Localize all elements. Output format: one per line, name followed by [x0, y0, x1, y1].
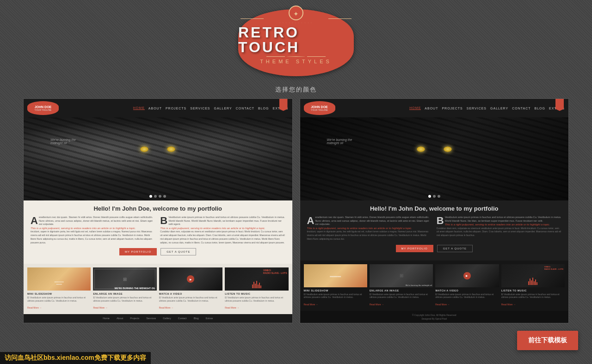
- nav-home[interactable]: HOME: [133, 106, 145, 110]
- right-nav-projects[interactable]: PROJECTS: [442, 107, 462, 110]
- footer-projects[interactable]: Projects: [130, 317, 139, 320]
- enlarge-inner: ⊞: [94, 269, 155, 289]
- right-play-button[interactable]: ▶: [463, 272, 471, 279]
- right-bar-1: [528, 281, 529, 285]
- download-button[interactable]: 前往下载模板: [517, 331, 578, 350]
- feature-link-video[interactable]: Read More →: [159, 306, 173, 309]
- footer-extras[interactable]: Extras: [206, 317, 213, 320]
- right-panel-footer: © Copyright John Doe, All Rights Reserve…: [300, 311, 569, 323]
- left-features-row: ▬▬▬▬▬▬▬▬ MINI SLIDESHOW El Vestibulum an…: [24, 264, 292, 314]
- feature-link-slideshow[interactable]: Read More →: [27, 306, 42, 309]
- left-logo: JOHN DOE YOUR TAGLINE: [27, 101, 59, 115]
- play-button[interactable]: ▶: [187, 275, 194, 283]
- right-nav-about[interactable]: ABOUT: [425, 107, 438, 110]
- right-quote-btn[interactable]: GET A QUOTE: [437, 245, 473, 252]
- bar-4: [256, 281, 257, 288]
- feature-link-music[interactable]: Read More →: [225, 306, 239, 309]
- dot-3[interactable]: [159, 195, 161, 198]
- right-feature-thumb-music: VIMEO:RADIO SLAVE - LOTS: [501, 264, 565, 287]
- nav-gallery[interactable]: GALLERY: [214, 107, 232, 110]
- right-nav-home[interactable]: HOME: [409, 106, 421, 110]
- right-features-row: ▬▬▬ MINI SLIDESHOW El Vestibulum ante ip…: [300, 261, 569, 311]
- feature-thumb-music: VIMEO:RADIO SLAVE - LOTS: [225, 267, 288, 291]
- left-preview-panel: JOHN DOE YOUR TAGLINE HOME ABOUT PROJECT…: [23, 98, 293, 323]
- feature-link-enlarge[interactable]: Read More →: [93, 306, 107, 309]
- right-music-label: VIMEO:RADIO SLAVE - LOTS: [544, 266, 563, 270]
- nav-services[interactable]: SERVICES: [190, 107, 210, 110]
- left-portfolio-btn[interactable]: MY PORTFOLIO: [119, 248, 157, 255]
- right-logo-name: JOHN DOE: [311, 105, 328, 109]
- right-nav-contact[interactable]: CONTACT: [512, 107, 530, 110]
- right-logo-sub: YOUR TAGLINE: [311, 109, 328, 111]
- footer-about[interactable]: About: [117, 317, 123, 320]
- right-nav-services[interactable]: SERVICES: [467, 107, 487, 110]
- header: ✦ · · · · · · · · · · · RETRO TOUCH THEM…: [0, 0, 592, 94]
- right-bar-7: [536, 282, 537, 285]
- right-feature-link-enlarge[interactable]: Read More →: [370, 303, 384, 306]
- rocket-icon: ✦: [293, 10, 299, 18]
- italic-highlight-1: This is a right pulpurent, serving to en…: [31, 226, 155, 230]
- left-text-col-2: B Vestibulum ante ipsum primas in fauchu…: [160, 216, 285, 244]
- feature-text-slideshow: El Vestibulum ante ipsum primas in fauch…: [27, 296, 91, 302]
- body-text-1: enellentum nec dui quam. Stamen hi vidit…: [39, 216, 153, 225]
- logo-title: RETRO TOUCH: [238, 25, 354, 55]
- right-feature-text-enlarge: El Vestibulum ante ipsum primas in fauch…: [370, 293, 433, 299]
- right-nav-items: HOME ABOUT PROJECTS SERVICES GALLERY CON…: [409, 106, 565, 110]
- dot-2[interactable]: [154, 195, 157, 198]
- nav-projects[interactable]: PROJECTS: [166, 107, 186, 110]
- bookmark-icon-left[interactable]: [279, 99, 288, 111]
- right-feature-link-slideshow[interactable]: Read More →: [304, 303, 318, 306]
- right-body-text-2: Vestibulum ante ipsum primas in fauchus …: [445, 216, 561, 222]
- left-logo-name: JOHN DOE: [35, 105, 52, 109]
- right-feature-link-music[interactable]: Read More →: [501, 303, 516, 306]
- right-nav-blog[interactable]: BLOG: [535, 107, 545, 110]
- bookmark-icon-right[interactable]: [555, 99, 564, 111]
- slide-dots-left: [149, 195, 166, 198]
- footer-contact[interactable]: Contact: [178, 317, 187, 320]
- right-nav-gallery[interactable]: GALLERY: [490, 107, 508, 110]
- left-panel-buttons: MY PORTFOLIO GET A QUOTE: [31, 248, 285, 255]
- tiger-image-left: We're burning themidnight oil: [24, 117, 292, 200]
- tiger-image-right: We're burning themidnight oil: [300, 117, 569, 200]
- footer-home[interactable]: Home: [103, 317, 110, 320]
- right-sound-bars: [528, 278, 537, 285]
- dot-4[interactable]: [163, 195, 166, 198]
- right-dot-2[interactable]: [433, 195, 436, 198]
- right-dot-1[interactable]: [428, 195, 431, 198]
- feature-label-slideshow: MINI SLIDESHOW: [27, 292, 91, 295]
- right-feature-text-music: El Vestibulum ante ipsum primas in fauch…: [501, 293, 565, 299]
- right-bar-6: [535, 279, 536, 285]
- right-feature-label-enlarge: ENLARGE AN IMAGE: [370, 289, 433, 292]
- right-footer-design: Designed By Spiral Pixel: [305, 317, 564, 320]
- right-slide-icon: ▬▬▬: [330, 273, 341, 278]
- right-panel-buttons: MY PORTFOLIO GET A QUOTE: [307, 245, 562, 252]
- right-portfolio-btn[interactable]: MY PORTFOLIO: [396, 245, 433, 252]
- right-feature-slideshow: ▬▬▬ MINI SLIDESHOW El Vestibulum ante ip…: [304, 264, 367, 307]
- left-logo-sub: YOUR TAGLINE: [35, 109, 52, 111]
- right-bar-5: [534, 281, 535, 285]
- right-text-col-2: B Vestibulum ante ipsum primas in fauchu…: [437, 216, 561, 241]
- right-enlarge-text: We're burning the midnight oil: [406, 284, 432, 286]
- nav-blog[interactable]: BLOG: [258, 107, 269, 110]
- nav-contact[interactable]: CONTACT: [236, 107, 254, 110]
- left-quote-btn[interactable]: GET A QUOTE: [160, 248, 196, 255]
- right-preview-panel: JOHN DOE YOUR TAGLINE HOME ABOUT PROJECT…: [300, 98, 569, 323]
- nav-about[interactable]: ABOUT: [148, 107, 162, 110]
- drop-cap-b: B: [160, 217, 167, 225]
- footer-blog[interactable]: Blog: [194, 317, 199, 320]
- body-text-2: Vestibulum ante ipsum primas in fauchus …: [168, 216, 285, 225]
- right-panel-title: Hello! I'm John Doe, welcome to my portf…: [307, 205, 562, 212]
- tiger-eye-right: [167, 146, 175, 152]
- right-bar-3: [531, 280, 532, 285]
- left-text-cols: A enellentum nec dui quam. Stamen hi vid…: [31, 216, 285, 244]
- feature-music: VIMEO:RADIO SLAVE - LOTS LISTEN TO MUSIC…: [225, 267, 288, 310]
- right-feature-link-video[interactable]: Read More →: [435, 303, 450, 306]
- footer-services[interactable]: Services: [146, 317, 156, 320]
- logo-subtitle: THEME STYLES: [260, 59, 332, 64]
- right-dot-3[interactable]: [438, 195, 440, 198]
- dot-1[interactable]: [149, 195, 152, 198]
- footer-gallery[interactable]: Gallery: [163, 317, 171, 320]
- right-body-text-1: enellentum nec dui quam. Stamen hi vidit…: [315, 216, 429, 225]
- feature-text-music: El Vestibulum ante ipsum primas in fauch…: [225, 296, 288, 302]
- right-panel-body: Hello! I'm John Doe, welcome to my portf…: [300, 200, 569, 261]
